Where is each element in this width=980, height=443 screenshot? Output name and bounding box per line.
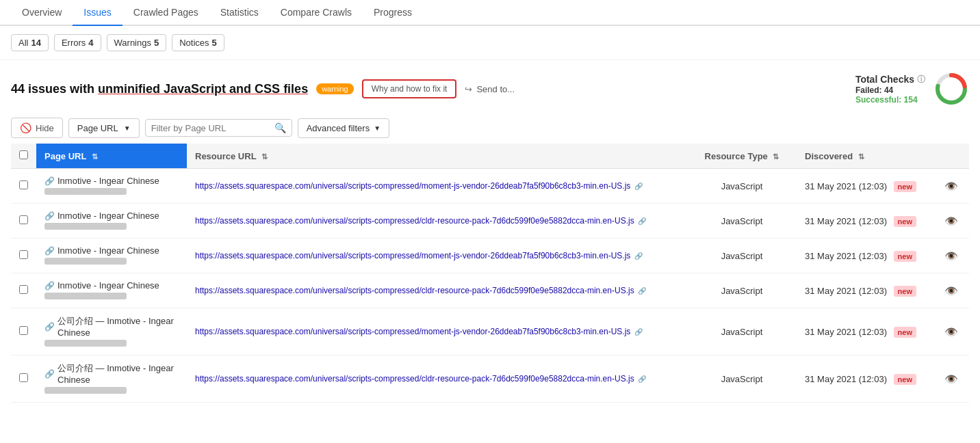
row-resource-url: https://assets.squarespace.com/universal… <box>187 273 687 308</box>
row-resource-type: JavaScript <box>687 239 797 273</box>
resource-url-sort-icon: ⇅ <box>261 152 268 161</box>
tab-issues[interactable]: Issues <box>73 0 122 26</box>
new-badge: new <box>894 251 916 262</box>
discovered-sort-icon: ⇅ <box>858 152 864 161</box>
issue-title: 44 issues with unminified JavaScript and… <box>11 82 308 96</box>
resource-url-external-icon: 🔗 <box>638 287 646 295</box>
row-resource-type: JavaScript <box>687 355 797 403</box>
filter-warnings-count: 5 <box>154 38 159 48</box>
col-actions <box>933 144 969 169</box>
hide-label: Hide <box>36 123 54 133</box>
hide-row-icon: 👁️ <box>944 180 958 192</box>
filter-errors[interactable]: Errors 4 <box>54 34 101 51</box>
row-checkbox-cell <box>11 273 36 308</box>
page-url-blurred <box>44 293 127 299</box>
page-name-text: Inmotive - Ingear Chinese <box>57 176 159 186</box>
page-name: 🔗 公司介绍 — Inmotive - Ingear Chinese <box>44 315 179 338</box>
row-discovered: 31 May 2021 (12:03) new <box>797 204 933 239</box>
row-resource-url: https://assets.squarespace.com/universal… <box>187 204 687 239</box>
row-page-url: 🔗 公司介绍 — Inmotive - Ingear Chinese <box>36 308 187 355</box>
total-checks-text: Total Checks ⓘ Failed: 44 Successful: 15… <box>855 74 925 105</box>
warning-badge: warning <box>316 83 354 94</box>
page-link-icon: 🔗 <box>44 281 55 291</box>
new-badge: new <box>894 286 916 297</box>
row-resource-type: JavaScript <box>687 169 797 204</box>
filter-notices-label: Notices <box>179 38 209 48</box>
why-fix-button[interactable]: Why and how to fix it <box>362 79 457 98</box>
filter-errors-count: 4 <box>88 38 93 48</box>
filter-notices[interactable]: Notices 5 <box>172 34 224 51</box>
total-checks-donut <box>933 71 969 107</box>
row-checkbox[interactable] <box>19 250 28 259</box>
row-page-url: 🔗 Inmotive - Ingear Chinese <box>36 204 187 239</box>
tab-compare-crawls[interactable]: Compare Crawls <box>270 0 363 26</box>
page-name: 🔗 Inmotive - Ingear Chinese <box>44 211 179 221</box>
page-link-icon: 🔗 <box>44 369 55 379</box>
col-resource-url[interactable]: Resource URL ⇅ <box>187 144 687 169</box>
table-row: 🔗 Inmotive - Ingear Chinese https://asse… <box>11 169 969 204</box>
row-hide-button[interactable]: 👁️ <box>942 323 961 341</box>
table-row: 🔗 公司介绍 — Inmotive - Ingear Chinese https… <box>11 308 969 355</box>
filter-notices-count: 5 <box>212 38 217 48</box>
row-resource-type: JavaScript <box>687 204 797 239</box>
tab-progress[interactable]: Progress <box>363 0 423 26</box>
page-url-filter-select[interactable]: Page URL ▼ <box>68 118 140 138</box>
filter-all[interactable]: All 14 <box>11 34 49 51</box>
row-discovered: 31 May 2021 (12:03) new <box>797 273 933 308</box>
page-name: 🔗 Inmotive - Ingear Chinese <box>44 176 179 186</box>
filter-all-label: All <box>18 38 28 48</box>
row-hide-button[interactable]: 👁️ <box>942 247 961 265</box>
page-link-icon: 🔗 <box>44 246 55 256</box>
row-resource-type: JavaScript <box>687 308 797 355</box>
send-to-button[interactable]: ↪ Send to... <box>465 84 515 94</box>
col-resource-type[interactable]: Resource Type ⇅ <box>687 144 797 169</box>
row-checkbox[interactable] <box>19 215 28 224</box>
send-to-arrow-icon: ↪ <box>465 84 472 94</box>
total-checks-info-icon[interactable]: ⓘ <box>917 74 925 85</box>
page-url-blurred <box>44 258 127 265</box>
table-row: 🔗 Inmotive - Ingear Chinese https://asse… <box>11 273 969 308</box>
checks-failed: Failed: 44 <box>855 85 925 95</box>
filter-warnings[interactable]: Warnings 5 <box>107 34 167 51</box>
page-name: 🔗 Inmotive - Ingear Chinese <box>44 280 179 291</box>
page-name-text: 公司介绍 — Inmotive - Ingear Chinese <box>57 362 179 385</box>
select-all-checkbox[interactable] <box>19 150 28 159</box>
tab-crawled-pages[interactable]: Crawled Pages <box>122 0 209 26</box>
top-tabs-bar: Overview Issues Crawled Pages Statistics… <box>0 0 980 26</box>
row-page-url: 🔗 公司介绍 — Inmotive - Ingear Chinese <box>36 355 187 403</box>
col-discovered[interactable]: Discovered ⇅ <box>797 144 933 169</box>
row-hide-button[interactable]: 👁️ <box>942 282 961 300</box>
row-checkbox[interactable] <box>19 373 28 382</box>
hide-row-icon: 👁️ <box>944 326 958 338</box>
filter-warnings-label: Warnings <box>114 38 151 48</box>
row-hide-button[interactable]: 👁️ <box>942 212 961 230</box>
row-hide-button[interactable]: 👁️ <box>942 370 961 388</box>
hide-icon: 🚫 <box>20 122 31 133</box>
row-discovered: 31 May 2021 (12:03) new <box>797 308 933 355</box>
page-name-text: Inmotive - Ingear Chinese <box>57 245 159 256</box>
hide-button[interactable]: 🚫 Hide <box>11 118 63 138</box>
row-resource-url: https://assets.squarespace.com/universal… <box>187 169 687 204</box>
row-checkbox[interactable] <box>19 180 28 189</box>
row-discovered: 31 May 2021 (12:03) new <box>797 169 933 204</box>
row-checkbox-cell <box>11 169 36 204</box>
filter-errors-label: Errors <box>62 38 86 48</box>
url-filter-label: Page URL <box>77 123 118 133</box>
row-page-url: 🔗 Inmotive - Ingear Chinese <box>36 273 187 308</box>
row-resource-url: https://assets.squarespace.com/universal… <box>187 355 687 403</box>
search-input[interactable] <box>151 123 274 133</box>
filter-bar: All 14 Errors 4 Warnings 5 Notices 5 <box>0 26 980 60</box>
row-checkbox[interactable] <box>19 285 28 294</box>
advanced-filters-button[interactable]: Advanced filters ▼ <box>298 118 389 138</box>
col-page-url[interactable]: Page URL ⇅ <box>36 144 187 169</box>
tab-statistics[interactable]: Statistics <box>209 0 270 26</box>
resource-type-sort-icon: ⇅ <box>773 152 779 161</box>
row-hide-button[interactable]: 👁️ <box>942 177 961 196</box>
page-url-sort-icon: ⇅ <box>92 152 98 161</box>
row-checkbox[interactable] <box>19 326 28 335</box>
tab-overview[interactable]: Overview <box>11 0 73 26</box>
search-icon: 🔍 <box>274 122 286 133</box>
row-resource-url: https://assets.squarespace.com/universal… <box>187 239 687 273</box>
page-url-blurred <box>44 387 127 394</box>
page-link-icon: 🔗 <box>44 211 55 221</box>
